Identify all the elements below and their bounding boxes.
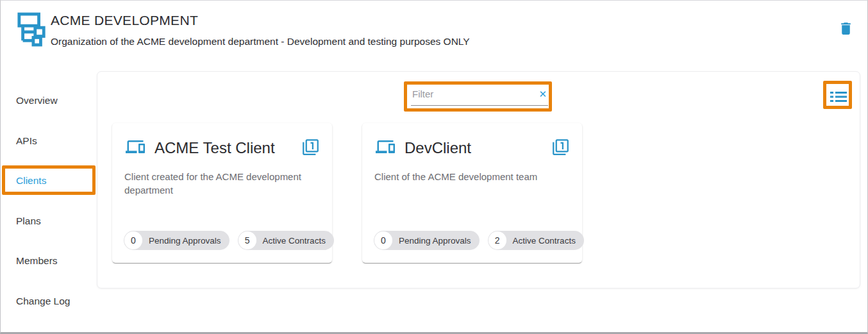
client-name: DevClient bbox=[405, 139, 471, 157]
badge-count: 0 bbox=[374, 231, 392, 249]
client-description: Client of the ACME development team bbox=[362, 159, 574, 183]
sidebar-item-clients[interactable]: Clients bbox=[1, 161, 96, 201]
app-window: ACME DEVELOPMENT Organization of the ACM… bbox=[0, 0, 868, 334]
client-description: Client created for the ACME development … bbox=[112, 159, 324, 197]
clear-filter-icon[interactable]: ✕ bbox=[538, 89, 547, 99]
sidebar-item-apis[interactable]: APIs bbox=[1, 121, 96, 162]
filter-input[interactable] bbox=[411, 86, 548, 106]
client-card[interactable]: DevClient Client of the ACME development… bbox=[362, 123, 582, 263]
client-card-header: DevClient bbox=[362, 123, 582, 159]
client-card-header: ACME Test Client bbox=[112, 123, 332, 159]
filter-1-icon[interactable] bbox=[302, 138, 319, 158]
client-card[interactable]: ACME Test Client Client created for the … bbox=[112, 123, 332, 263]
active-contracts-badge: 5 Active Contracts bbox=[238, 231, 334, 250]
sidebar-item-members[interactable]: Members bbox=[1, 241, 96, 281]
list-view-toggle-button[interactable] bbox=[824, 85, 853, 110]
badge-count: 5 bbox=[238, 231, 256, 249]
sidebar-item-change-log[interactable]: Change Log bbox=[1, 281, 96, 322]
badge-label: Pending Approvals bbox=[149, 236, 221, 246]
org-chart-icon bbox=[17, 12, 47, 50]
trash-icon bbox=[838, 21, 854, 38]
badge-label: Active Contracts bbox=[513, 236, 576, 246]
sidebar-item-plans[interactable]: Plans bbox=[1, 201, 96, 242]
delete-organization-button[interactable] bbox=[834, 18, 857, 41]
sidebar: Overview APIs Clients Plans Members Chan… bbox=[1, 81, 96, 321]
list-icon bbox=[830, 91, 847, 104]
sidebar-item-overview[interactable]: Overview bbox=[1, 81, 96, 121]
filter-1-icon[interactable] bbox=[552, 138, 569, 158]
client-badges: 0 Pending Approvals 5 Active Contracts bbox=[124, 231, 334, 250]
clients-panel: ✕ ACME Test Client bbox=[97, 71, 860, 288]
badge-count: 2 bbox=[488, 231, 506, 249]
active-contracts-badge: 2 Active Contracts bbox=[488, 231, 584, 250]
pending-approvals-badge: 0 Pending Approvals bbox=[124, 231, 230, 250]
devices-icon bbox=[374, 137, 396, 159]
client-badges: 0 Pending Approvals 2 Active Contracts bbox=[374, 231, 584, 250]
badge-label: Active Contracts bbox=[263, 236, 326, 246]
devices-icon bbox=[124, 137, 146, 159]
pending-approvals-badge: 0 Pending Approvals bbox=[374, 231, 480, 250]
filter-field: ✕ bbox=[411, 86, 548, 106]
badge-label: Pending Approvals bbox=[399, 236, 471, 246]
page-title: ACME DEVELOPMENT bbox=[51, 13, 198, 28]
badge-count: 0 bbox=[124, 231, 142, 249]
page-subtitle: Organization of the ACME development dep… bbox=[51, 36, 470, 47]
client-name: ACME Test Client bbox=[154, 139, 275, 157]
